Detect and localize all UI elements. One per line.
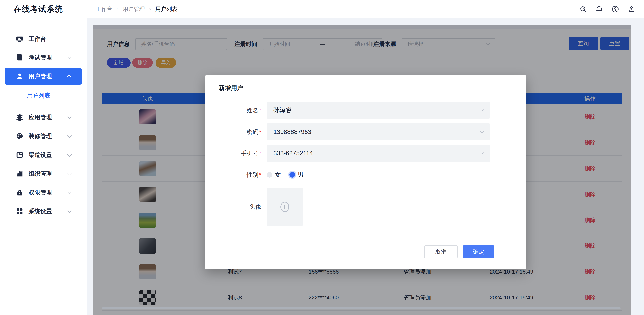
- chevron-down-icon: [67, 133, 72, 138]
- sidebar-item-decoration-management[interactable]: 装修管理: [0, 127, 87, 145]
- topbar-actions: [579, 0, 635, 18]
- chevron-down-icon: [67, 55, 72, 59]
- sidebar-item-label: 渠道设置: [28, 151, 52, 159]
- sidebar-item-app-management[interactable]: 应用管理: [0, 108, 87, 127]
- sidebar-item-label: 装修管理: [28, 132, 52, 140]
- book-icon: [16, 54, 24, 61]
- field-label: 手机号*: [205, 149, 261, 157]
- breadcrumb-item[interactable]: 用户管理: [123, 5, 145, 13]
- horizontal-scrollbar[interactable]: [102, 307, 620, 309]
- sidebar-item-label: 系统设置: [28, 207, 52, 215]
- top-bar: 在线考试系统 工作台 › 用户管理 › 用户列表: [0, 0, 644, 18]
- chevron-down-icon: [67, 190, 72, 194]
- user-icon: [16, 72, 24, 80]
- sidebar-item-system-settings[interactable]: 系统设置: [0, 202, 87, 221]
- required-asterisk: *: [259, 128, 261, 135]
- required-asterisk: *: [259, 171, 261, 178]
- sidebar-item-label: 权限管理: [28, 189, 52, 196]
- sidebar-subitem-label: 用户列表: [27, 92, 50, 99]
- sidebar-item-label: 考试管理: [28, 54, 52, 61]
- chevron-down-icon: [67, 152, 72, 157]
- layers-icon: [16, 113, 24, 121]
- chevron-down-icon: [480, 129, 484, 133]
- radio-male[interactable]: [290, 172, 295, 178]
- radio-label-female[interactable]: 女: [275, 171, 281, 179]
- lock-icon: [16, 189, 24, 196]
- sidebar-item-label: 用户管理: [28, 72, 52, 80]
- name-select[interactable]: 孙泽睿: [267, 102, 490, 119]
- field-label: 姓名*: [205, 106, 261, 114]
- chevron-down-icon: [67, 209, 72, 213]
- form-row-avatar: 头像: [205, 198, 526, 215]
- channel-icon: [16, 151, 24, 159]
- palette-icon: [16, 132, 24, 140]
- sidebar-subitem-user-list[interactable]: 用户列表: [27, 87, 50, 104]
- breadcrumb: 工作台 › 用户管理 › 用户列表: [96, 0, 178, 18]
- confirm-button[interactable]: 确定: [462, 246, 494, 258]
- form-row-password: 密码* 13988887963: [205, 123, 526, 140]
- sidebar: 工作台 考试管理 用户管理 用户列表 应用管理 装修管理: [0, 18, 87, 315]
- add-user-modal: 新增用户 姓名* 孙泽睿 密码* 13988887963 手机号* 333-62…: [205, 75, 526, 269]
- grid-icon: [16, 207, 24, 215]
- sidebar-item-label: 应用管理: [28, 113, 52, 121]
- plus-circle-icon: [279, 201, 291, 213]
- chevron-down-icon: [67, 171, 72, 175]
- field-value: 13988887963: [273, 128, 311, 135]
- sidebar-item-label: 工作台: [28, 35, 46, 43]
- dashboard-icon: [16, 35, 24, 43]
- sidebar-item-permission-management[interactable]: 权限管理: [0, 183, 87, 202]
- form-row-gender: 性别* 女 男: [205, 166, 526, 183]
- modal-title: 新增用户: [218, 84, 243, 92]
- field-value: 孙泽睿: [273, 106, 292, 114]
- app-title: 在线考试系统: [14, 0, 63, 18]
- chevron-down-icon: [480, 151, 484, 155]
- sidebar-item-exam-management[interactable]: 考试管理: [0, 48, 87, 67]
- cancel-button[interactable]: 取消: [424, 246, 458, 258]
- phone-select[interactable]: 333-62752114: [267, 145, 490, 162]
- sidebar-item-org-management[interactable]: 组织管理: [0, 164, 87, 183]
- help-icon[interactable]: [612, 5, 619, 13]
- field-label: 密码*: [205, 128, 261, 136]
- required-asterisk: *: [259, 107, 261, 113]
- sidebar-item-label: 组织管理: [28, 170, 52, 178]
- chevron-down-icon: [67, 115, 72, 119]
- field-value: 333-62752114: [273, 150, 313, 157]
- password-select[interactable]: 13988887963: [267, 123, 490, 140]
- form-row-phone: 手机号* 333-62752114: [205, 145, 526, 162]
- sidebar-item-user-management[interactable]: 用户管理: [5, 68, 82, 85]
- breadcrumb-item[interactable]: 工作台: [96, 5, 112, 13]
- building-icon: [16, 170, 24, 177]
- avatar-upload-box[interactable]: [267, 188, 303, 226]
- bell-icon[interactable]: [595, 5, 603, 13]
- form-row-name: 姓名* 孙泽睿: [205, 102, 526, 119]
- user-icon[interactable]: [628, 5, 635, 13]
- required-asterisk: *: [259, 150, 261, 156]
- search-icon[interactable]: [579, 5, 587, 13]
- chevron-down-icon: [480, 108, 484, 112]
- breadcrumb-current: 用户列表: [155, 5, 178, 13]
- breadcrumb-separator: ›: [149, 6, 151, 12]
- radio-label-male[interactable]: 男: [298, 171, 304, 179]
- sidebar-item-channel-settings[interactable]: 渠道设置: [0, 146, 87, 164]
- field-label: 性别*: [205, 171, 261, 179]
- sidebar-item-workbench[interactable]: 工作台: [0, 29, 87, 48]
- breadcrumb-separator: ›: [117, 6, 118, 12]
- field-label: 头像: [205, 203, 261, 211]
- radio-female[interactable]: [267, 172, 272, 178]
- chevron-up-icon: [67, 75, 71, 79]
